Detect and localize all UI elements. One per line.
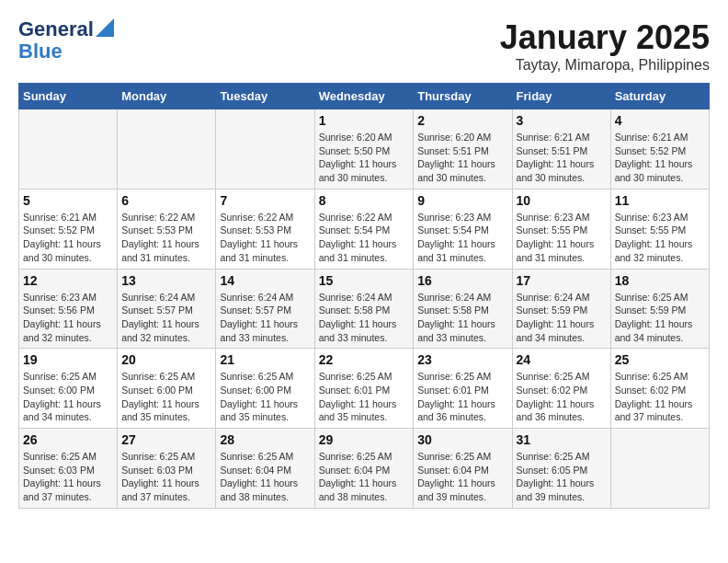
- calendar-cell: 3Sunrise: 6:21 AM Sunset: 5:51 PM Daylig…: [512, 109, 610, 190]
- calendar-cell: 28Sunrise: 6:25 AM Sunset: 6:04 PM Dayli…: [216, 429, 314, 509]
- calendar-cell: 8Sunrise: 6:22 AM Sunset: 5:54 PM Daylig…: [314, 189, 414, 269]
- day-number: 14: [220, 273, 310, 288]
- day-info: Sunrise: 6:22 AM Sunset: 5:53 PM Dayligh…: [121, 211, 211, 265]
- day-info: Sunrise: 6:25 AM Sunset: 6:00 PM Dayligh…: [220, 370, 310, 424]
- day-info: Sunrise: 6:25 AM Sunset: 6:00 PM Dayligh…: [23, 370, 113, 424]
- calendar-cell: 10Sunrise: 6:23 AM Sunset: 5:55 PM Dayli…: [512, 189, 610, 269]
- calendar-cell: 27Sunrise: 6:25 AM Sunset: 6:03 PM Dayli…: [118, 429, 216, 509]
- day-info: Sunrise: 6:24 AM Sunset: 5:58 PM Dayligh…: [417, 291, 507, 345]
- calendar-cell: 7Sunrise: 6:22 AM Sunset: 5:53 PM Daylig…: [216, 189, 314, 269]
- day-info: Sunrise: 6:25 AM Sunset: 6:01 PM Dayligh…: [417, 370, 507, 424]
- day-number: 4: [615, 113, 705, 128]
- calendar-cell: 11Sunrise: 6:23 AM Sunset: 5:55 PM Dayli…: [610, 189, 709, 269]
- day-info: Sunrise: 6:23 AM Sunset: 5:55 PM Dayligh…: [517, 211, 607, 265]
- day-info: Sunrise: 6:25 AM Sunset: 6:04 PM Dayligh…: [417, 450, 507, 504]
- day-info: Sunrise: 6:25 AM Sunset: 6:02 PM Dayligh…: [615, 370, 705, 424]
- day-info: Sunrise: 6:25 AM Sunset: 6:04 PM Dayligh…: [220, 450, 310, 504]
- calendar-cell: 19Sunrise: 6:25 AM Sunset: 6:00 PM Dayli…: [19, 349, 118, 429]
- header-wednesday: Wednesday: [314, 84, 414, 109]
- calendar-cell: 12Sunrise: 6:23 AM Sunset: 5:56 PM Dayli…: [19, 269, 118, 349]
- day-number: 7: [220, 193, 310, 208]
- day-number: 15: [319, 273, 410, 288]
- day-number: 27: [121, 432, 211, 447]
- day-number: 26: [23, 432, 113, 447]
- calendar-cell: [118, 109, 216, 190]
- day-number: 1: [319, 113, 410, 128]
- calendar-table: SundayMondayTuesdayWednesdayThursdayFrid…: [18, 83, 710, 509]
- day-number: 24: [517, 352, 607, 367]
- logo-line2: Blue: [18, 40, 63, 63]
- day-number: 8: [319, 193, 410, 208]
- day-info: Sunrise: 6:21 AM Sunset: 5:52 PM Dayligh…: [23, 211, 113, 265]
- calendar-week-row: 19Sunrise: 6:25 AM Sunset: 6:00 PM Dayli…: [19, 349, 710, 429]
- day-info: Sunrise: 6:24 AM Sunset: 5:57 PM Dayligh…: [220, 291, 310, 345]
- day-info: Sunrise: 6:21 AM Sunset: 5:51 PM Dayligh…: [517, 131, 607, 185]
- title-block: January 2025 Taytay, Mimaropa, Philippin…: [500, 18, 710, 74]
- day-number: 20: [121, 352, 211, 367]
- day-number: 5: [23, 193, 113, 208]
- day-number: 13: [121, 273, 211, 288]
- day-number: 25: [615, 352, 705, 367]
- day-number: 31: [517, 432, 607, 447]
- calendar-cell: [216, 109, 314, 190]
- day-info: Sunrise: 6:24 AM Sunset: 5:58 PM Dayligh…: [319, 291, 410, 345]
- calendar-cell: 21Sunrise: 6:25 AM Sunset: 6:00 PM Dayli…: [216, 349, 314, 429]
- calendar-week-row: 5Sunrise: 6:21 AM Sunset: 5:52 PM Daylig…: [19, 189, 710, 269]
- day-number: 16: [417, 273, 507, 288]
- day-number: 19: [23, 352, 113, 367]
- day-info: Sunrise: 6:22 AM Sunset: 5:54 PM Dayligh…: [319, 211, 410, 265]
- day-number: 22: [319, 352, 410, 367]
- calendar-cell: 26Sunrise: 6:25 AM Sunset: 6:03 PM Dayli…: [19, 429, 118, 509]
- logo: General Blue: [18, 18, 114, 63]
- day-number: 28: [220, 432, 310, 447]
- day-info: Sunrise: 6:20 AM Sunset: 5:50 PM Dayligh…: [319, 131, 410, 185]
- month-title: January 2025: [500, 18, 710, 57]
- day-info: Sunrise: 6:25 AM Sunset: 6:00 PM Dayligh…: [121, 370, 211, 424]
- calendar-cell: 1Sunrise: 6:20 AM Sunset: 5:50 PM Daylig…: [314, 109, 414, 190]
- calendar-cell: 23Sunrise: 6:25 AM Sunset: 6:01 PM Dayli…: [414, 349, 512, 429]
- day-number: 17: [517, 273, 607, 288]
- header-saturday: Saturday: [610, 84, 709, 109]
- day-info: Sunrise: 6:25 AM Sunset: 6:03 PM Dayligh…: [23, 450, 113, 504]
- day-info: Sunrise: 6:24 AM Sunset: 5:57 PM Dayligh…: [121, 291, 211, 345]
- day-number: 12: [23, 273, 113, 288]
- day-info: Sunrise: 6:22 AM Sunset: 5:53 PM Dayligh…: [220, 211, 310, 265]
- logo-icon: [96, 18, 114, 37]
- calendar-cell: 17Sunrise: 6:24 AM Sunset: 5:59 PM Dayli…: [512, 269, 610, 349]
- day-number: 21: [220, 352, 310, 367]
- calendar-cell: 31Sunrise: 6:25 AM Sunset: 6:05 PM Dayli…: [512, 429, 610, 509]
- calendar-cell: 25Sunrise: 6:25 AM Sunset: 6:02 PM Dayli…: [610, 349, 709, 429]
- day-number: 2: [417, 113, 507, 128]
- calendar-cell: 22Sunrise: 6:25 AM Sunset: 6:01 PM Dayli…: [314, 349, 414, 429]
- calendar-cell: 18Sunrise: 6:25 AM Sunset: 5:59 PM Dayli…: [610, 269, 709, 349]
- header-tuesday: Tuesday: [216, 84, 314, 109]
- calendar-cell: 5Sunrise: 6:21 AM Sunset: 5:52 PM Daylig…: [19, 189, 118, 269]
- calendar-cell: 2Sunrise: 6:20 AM Sunset: 5:51 PM Daylig…: [414, 109, 512, 190]
- day-number: 10: [517, 193, 607, 208]
- header-monday: Monday: [118, 84, 216, 109]
- location-title: Taytay, Mimaropa, Philippines: [500, 57, 710, 74]
- day-number: 23: [417, 352, 507, 367]
- day-info: Sunrise: 6:21 AM Sunset: 5:52 PM Dayligh…: [615, 131, 705, 185]
- day-info: Sunrise: 6:23 AM Sunset: 5:55 PM Dayligh…: [615, 211, 705, 265]
- logo-line1: General: [18, 18, 94, 40]
- calendar-cell: 13Sunrise: 6:24 AM Sunset: 5:57 PM Dayli…: [118, 269, 216, 349]
- calendar-week-row: 1Sunrise: 6:20 AM Sunset: 5:50 PM Daylig…: [19, 109, 710, 190]
- svg-marker-0: [96, 18, 114, 37]
- calendar-cell: [610, 429, 709, 509]
- day-number: 3: [517, 113, 607, 128]
- day-number: 18: [615, 273, 705, 288]
- calendar-cell: 24Sunrise: 6:25 AM Sunset: 6:02 PM Dayli…: [512, 349, 610, 429]
- day-info: Sunrise: 6:25 AM Sunset: 6:02 PM Dayligh…: [517, 370, 607, 424]
- calendar-cell: [19, 109, 118, 190]
- day-number: 29: [319, 432, 410, 447]
- day-info: Sunrise: 6:25 AM Sunset: 6:01 PM Dayligh…: [319, 370, 410, 424]
- page-header: General Blue January 2025 Taytay, Mimaro…: [18, 18, 710, 74]
- day-info: Sunrise: 6:23 AM Sunset: 5:54 PM Dayligh…: [417, 211, 507, 265]
- day-info: Sunrise: 6:25 AM Sunset: 6:04 PM Dayligh…: [319, 450, 410, 504]
- calendar-week-row: 26Sunrise: 6:25 AM Sunset: 6:03 PM Dayli…: [19, 429, 710, 509]
- day-info: Sunrise: 6:25 AM Sunset: 5:59 PM Dayligh…: [615, 291, 705, 345]
- day-info: Sunrise: 6:25 AM Sunset: 6:05 PM Dayligh…: [517, 450, 607, 504]
- day-info: Sunrise: 6:23 AM Sunset: 5:56 PM Dayligh…: [23, 291, 113, 345]
- calendar-cell: 29Sunrise: 6:25 AM Sunset: 6:04 PM Dayli…: [314, 429, 414, 509]
